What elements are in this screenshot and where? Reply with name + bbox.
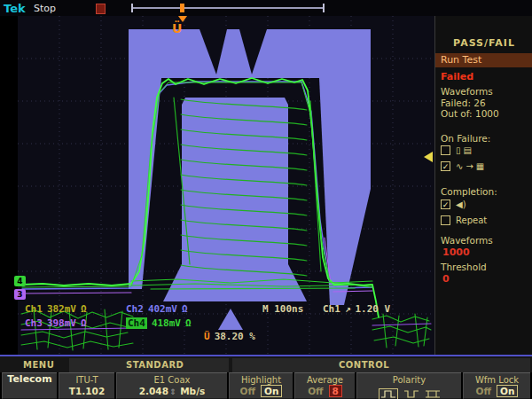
record-view-bar[interactable] (131, 7, 325, 9)
arrow-icon: → (466, 161, 473, 171)
ch3-readout: Ch3398mVΩ (25, 317, 91, 329)
delay-readout: Ü38.20 % (204, 331, 260, 342)
menu-bar: MENU STANDARD CONTROL (0, 355, 532, 372)
e1-coax-button[interactable]: E1 Coax 2.048⇕ Mb/s (116, 372, 227, 399)
acquisition-status: Stop (34, 3, 56, 14)
waveforms-stat-label: Waveforms (441, 86, 493, 97)
wfm-lock-on[interactable]: On (497, 385, 518, 397)
ch4-value: 418mV (152, 317, 181, 329)
ch1-readout: Ch1382mVΩ (25, 303, 91, 315)
e1-rate: 2.048⇕ Mb/s (117, 386, 227, 396)
trigger-level: 1.20 V (356, 303, 391, 315)
panel-title: PASS/FAIL (435, 37, 532, 49)
average-count[interactable]: 8 (329, 385, 342, 397)
trigger-source: Ch1 (323, 303, 340, 315)
itut-value: T1.102 (59, 386, 114, 396)
ohm-symbol: Ω (182, 303, 188, 315)
threshold-label: Threshold (441, 262, 487, 272)
negative-pulse-icon[interactable] (403, 386, 419, 399)
control-heading: CONTROL (339, 360, 389, 370)
repeat-label: Repeat (456, 215, 487, 225)
both-pulse-icon[interactable] (425, 386, 441, 399)
ch3-value: 398mV (47, 317, 76, 329)
average-off[interactable]: Off (308, 386, 323, 396)
test-result-status: Failed (441, 71, 473, 82)
wfm-lock-label: Wfm Lock (464, 375, 530, 385)
trigger-u-icon: Ü (204, 331, 210, 342)
disk-icon: ▦ (476, 161, 484, 171)
record-left-bracket (131, 4, 133, 12)
threshold-value[interactable]: 0 (442, 273, 450, 285)
pass-fail-panel: PASS/FAIL Run Test Failed Waveforms Fail… (434, 16, 532, 356)
average-label: Average (295, 375, 355, 385)
record-right-bracket (323, 4, 325, 12)
waveform-icon: ∿ (456, 161, 463, 171)
e1-label: E1 Coax (117, 375, 227, 385)
ch1-label: Ch1 (25, 303, 43, 315)
ohm-symbol: Ω (185, 317, 192, 329)
standard-heading: STANDARD (126, 360, 184, 370)
highlight-off[interactable]: Off (240, 386, 255, 396)
ch4-readout: Ch4418mVΩ (126, 317, 196, 329)
top-status-bar: Tek Stop (0, 0, 532, 16)
checkbox-checked[interactable]: ✓ (441, 200, 450, 209)
polarity-button[interactable]: Polarity (356, 372, 461, 399)
ohm-symbol: Ω (81, 303, 87, 315)
checkbox-unchecked[interactable] (441, 145, 450, 155)
acquisition-icon (96, 4, 106, 14)
channel3-marker[interactable]: 3 (14, 289, 26, 300)
spinner-icon[interactable]: ⇕ (169, 387, 176, 396)
ohm-symbol: Ω (81, 317, 87, 329)
completion-label: Completion: (441, 186, 497, 197)
oscilloscope-screen: Tek Stop (0, 0, 532, 399)
highlight-on[interactable]: On (261, 385, 282, 397)
ch2-readout: Ch2402mVΩ (126, 303, 192, 315)
waveforms-setting-label: Waveforms (441, 235, 493, 246)
wfm-lock-button[interactable]: Wfm Lock OffOn (463, 372, 530, 399)
ch2-value: 402mV (148, 303, 177, 315)
channel4-marker[interactable]: 4 (14, 276, 26, 286)
wfm-lock-off[interactable]: Off (476, 386, 491, 396)
on-failure-option-stop-print[interactable]: ▯ ▤ (441, 145, 472, 155)
polarity-label: Polarity (357, 375, 461, 385)
trigger-level-arrow-icon[interactable] (424, 152, 433, 162)
highlight-label: Highlight (230, 375, 293, 385)
menu-heading: MENU (23, 360, 54, 370)
out-of-count: Out of: 1000 (441, 108, 499, 119)
on-failure-label: On Failure: (441, 133, 490, 144)
ch1-value: 382mV (47, 303, 76, 315)
positive-pulse-icon[interactable] (379, 388, 398, 399)
doc-icon: ▯ (456, 145, 461, 155)
telecom-label: Telecom (3, 373, 57, 385)
itut-label: ITU-T (59, 375, 114, 385)
itut-standard-button[interactable]: ITU-T T1.102 (59, 372, 114, 399)
delay-value: 38.20 % (215, 331, 255, 342)
completion-option-beep[interactable]: ✓ ◀) (441, 200, 466, 209)
soft-button-row: Telecom ITU-T T1.102 E1 Coax 2.048⇕ Mb/s… (0, 372, 532, 399)
ch3-label: Ch3 (25, 317, 43, 329)
on-failure-option-save-waveform[interactable]: ✓ ∿ → ▦ (441, 161, 484, 171)
telecom-button[interactable]: Telecom (2, 372, 57, 399)
print-icon: ▤ (464, 145, 472, 155)
checkbox-checked[interactable]: ✓ (441, 161, 450, 171)
run-test-button[interactable]: Run Test (435, 53, 532, 67)
failed-count: Failed: 26 (441, 98, 486, 108)
waveforms-setting-value[interactable]: 1000 (442, 246, 470, 258)
repeat-option[interactable]: Repeat (441, 215, 487, 225)
highlight-button[interactable]: Highlight OffOn (229, 372, 293, 399)
record-trigger-tick[interactable] (180, 4, 184, 12)
tek-logo: Tek (4, 2, 26, 15)
checkbox-unchecked[interactable] (441, 215, 450, 225)
e1-rate-unit: Mb/s (180, 386, 205, 396)
slope-icon: ↗ (345, 303, 351, 315)
average-button[interactable]: Average Off8 (294, 372, 355, 399)
trigger-readout: Ch1↗1.20 V (323, 303, 395, 315)
speaker-icon: ◀) (456, 200, 466, 209)
timebase-readout: M 100ns (262, 303, 303, 315)
trigger-position-marker[interactable]: Ü (172, 21, 182, 35)
ch2-label: Ch2 (126, 303, 144, 315)
ch4-label: Ch4 (126, 317, 147, 329)
e1-rate-value: 2.048 (139, 386, 168, 396)
